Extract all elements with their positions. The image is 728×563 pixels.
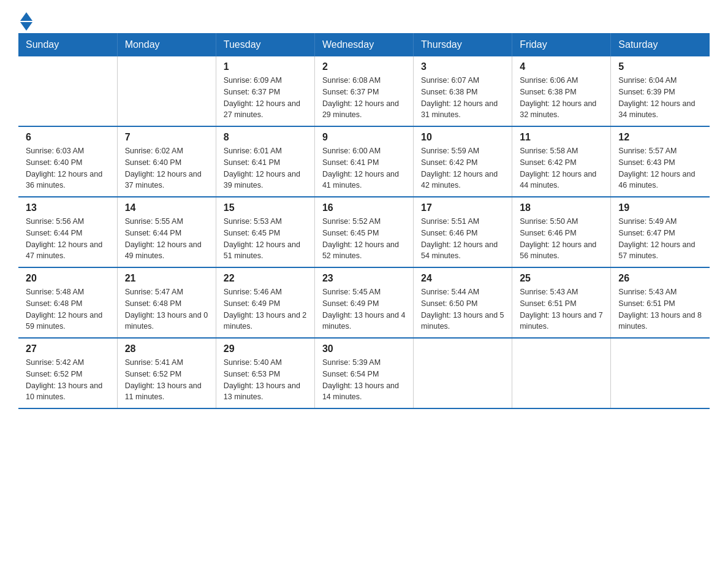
day-number: 6 bbox=[26, 132, 110, 143]
calendar-cell: 22Sunrise: 5:46 AMSunset: 6:49 PMDayligh… bbox=[216, 267, 314, 338]
weekday-header-friday: Friday bbox=[512, 33, 611, 56]
day-number: 1 bbox=[224, 61, 307, 72]
calendar-header: SundayMondayTuesdayWednesdayThursdayFrid… bbox=[18, 33, 710, 56]
day-info: Sunrise: 5:45 AMSunset: 6:49 PMDaylight:… bbox=[322, 286, 406, 332]
day-number: 2 bbox=[322, 61, 406, 72]
day-number: 17 bbox=[421, 202, 504, 213]
day-info: Sunrise: 5:55 AMSunset: 6:44 PMDaylight:… bbox=[125, 216, 208, 262]
day-number: 19 bbox=[618, 202, 702, 213]
calendar-cell: 1Sunrise: 6:09 AMSunset: 6:37 PMDaylight… bbox=[216, 56, 314, 126]
day-number: 20 bbox=[26, 273, 110, 284]
day-number: 12 bbox=[618, 132, 702, 143]
calendar-week-1: 1Sunrise: 6:09 AMSunset: 6:37 PMDaylight… bbox=[18, 56, 710, 126]
day-info: Sunrise: 5:59 AMSunset: 6:42 PMDaylight:… bbox=[421, 145, 504, 191]
day-info: Sunrise: 5:39 AMSunset: 6:54 PMDaylight:… bbox=[322, 357, 406, 403]
calendar-cell bbox=[117, 56, 216, 126]
logo bbox=[18, 12, 32, 27]
calendar-cell: 2Sunrise: 6:08 AMSunset: 6:37 PMDaylight… bbox=[314, 56, 413, 126]
day-info: Sunrise: 5:49 AMSunset: 6:47 PMDaylight:… bbox=[618, 216, 702, 262]
calendar-cell: 10Sunrise: 5:59 AMSunset: 6:42 PMDayligh… bbox=[414, 126, 512, 197]
logo-triangle-up bbox=[20, 12, 32, 21]
calendar-week-5: 27Sunrise: 5:42 AMSunset: 6:52 PMDayligh… bbox=[18, 338, 710, 408]
calendar-table: SundayMondayTuesdayWednesdayThursdayFrid… bbox=[18, 33, 710, 409]
day-info: Sunrise: 6:08 AMSunset: 6:37 PMDaylight:… bbox=[322, 75, 406, 121]
day-info: Sunrise: 6:06 AMSunset: 6:38 PMDaylight:… bbox=[520, 75, 603, 121]
calendar-cell: 13Sunrise: 5:56 AMSunset: 6:44 PMDayligh… bbox=[18, 197, 117, 267]
day-number: 26 bbox=[618, 273, 702, 284]
calendar-cell: 27Sunrise: 5:42 AMSunset: 6:52 PMDayligh… bbox=[18, 338, 117, 408]
day-number: 30 bbox=[322, 343, 406, 354]
calendar-cell: 5Sunrise: 6:04 AMSunset: 6:39 PMDaylight… bbox=[611, 56, 710, 126]
day-number: 22 bbox=[224, 273, 307, 284]
day-number: 23 bbox=[322, 273, 406, 284]
day-info: Sunrise: 5:52 AMSunset: 6:45 PMDaylight:… bbox=[322, 216, 406, 262]
day-number: 18 bbox=[520, 202, 603, 213]
day-number: 14 bbox=[125, 202, 208, 213]
calendar-cell: 20Sunrise: 5:48 AMSunset: 6:48 PMDayligh… bbox=[18, 267, 117, 338]
day-info: Sunrise: 5:56 AMSunset: 6:44 PMDaylight:… bbox=[26, 216, 110, 262]
day-number: 4 bbox=[520, 61, 603, 72]
day-number: 21 bbox=[125, 273, 208, 284]
weekday-header-saturday: Saturday bbox=[611, 33, 710, 56]
calendar-cell: 25Sunrise: 5:43 AMSunset: 6:51 PMDayligh… bbox=[512, 267, 611, 338]
day-info: Sunrise: 5:46 AMSunset: 6:49 PMDaylight:… bbox=[224, 286, 307, 332]
day-info: Sunrise: 5:44 AMSunset: 6:50 PMDaylight:… bbox=[421, 286, 504, 332]
day-number: 15 bbox=[224, 202, 307, 213]
day-info: Sunrise: 5:47 AMSunset: 6:48 PMDaylight:… bbox=[125, 286, 208, 332]
page-header bbox=[18, 12, 710, 27]
calendar-cell: 12Sunrise: 5:57 AMSunset: 6:43 PMDayligh… bbox=[611, 126, 710, 197]
day-info: Sunrise: 5:57 AMSunset: 6:43 PMDaylight:… bbox=[618, 145, 702, 191]
day-info: Sunrise: 5:41 AMSunset: 6:52 PMDaylight:… bbox=[125, 357, 208, 403]
calendar-week-3: 13Sunrise: 5:56 AMSunset: 6:44 PMDayligh… bbox=[18, 197, 710, 267]
day-number: 10 bbox=[421, 132, 504, 143]
weekday-header-sunday: Sunday bbox=[18, 33, 117, 56]
calendar-week-4: 20Sunrise: 5:48 AMSunset: 6:48 PMDayligh… bbox=[18, 267, 710, 338]
calendar-cell: 19Sunrise: 5:49 AMSunset: 6:47 PMDayligh… bbox=[611, 197, 710, 267]
day-info: Sunrise: 6:03 AMSunset: 6:40 PMDaylight:… bbox=[26, 145, 110, 191]
weekday-header-tuesday: Tuesday bbox=[216, 33, 314, 56]
calendar-cell: 23Sunrise: 5:45 AMSunset: 6:49 PMDayligh… bbox=[314, 267, 413, 338]
day-number: 27 bbox=[26, 343, 110, 354]
day-info: Sunrise: 5:43 AMSunset: 6:51 PMDaylight:… bbox=[520, 286, 603, 332]
day-info: Sunrise: 6:09 AMSunset: 6:37 PMDaylight:… bbox=[224, 75, 307, 121]
calendar-cell: 29Sunrise: 5:40 AMSunset: 6:53 PMDayligh… bbox=[216, 338, 314, 408]
day-info: Sunrise: 5:48 AMSunset: 6:48 PMDaylight:… bbox=[26, 286, 110, 332]
calendar-cell: 30Sunrise: 5:39 AMSunset: 6:54 PMDayligh… bbox=[314, 338, 413, 408]
calendar-cell: 9Sunrise: 6:00 AMSunset: 6:41 PMDaylight… bbox=[314, 126, 413, 197]
weekday-header-thursday: Thursday bbox=[414, 33, 512, 56]
day-number: 13 bbox=[26, 202, 110, 213]
calendar-cell: 14Sunrise: 5:55 AMSunset: 6:44 PMDayligh… bbox=[117, 197, 216, 267]
weekday-header-monday: Monday bbox=[117, 33, 216, 56]
day-number: 24 bbox=[421, 273, 504, 284]
calendar-cell: 3Sunrise: 6:07 AMSunset: 6:38 PMDaylight… bbox=[414, 56, 512, 126]
calendar-cell: 24Sunrise: 5:44 AMSunset: 6:50 PMDayligh… bbox=[414, 267, 512, 338]
day-info: Sunrise: 5:53 AMSunset: 6:45 PMDaylight:… bbox=[224, 216, 307, 262]
day-number: 16 bbox=[322, 202, 406, 213]
day-number: 9 bbox=[322, 132, 406, 143]
calendar-cell bbox=[512, 338, 611, 408]
calendar-cell: 15Sunrise: 5:53 AMSunset: 6:45 PMDayligh… bbox=[216, 197, 314, 267]
calendar-cell: 17Sunrise: 5:51 AMSunset: 6:46 PMDayligh… bbox=[414, 197, 512, 267]
day-info: Sunrise: 5:43 AMSunset: 6:51 PMDaylight:… bbox=[618, 286, 702, 332]
calendar-cell: 7Sunrise: 6:02 AMSunset: 6:40 PMDaylight… bbox=[117, 126, 216, 197]
day-number: 25 bbox=[520, 273, 603, 284]
day-info: Sunrise: 5:40 AMSunset: 6:53 PMDaylight:… bbox=[224, 357, 307, 403]
day-info: Sunrise: 5:42 AMSunset: 6:52 PMDaylight:… bbox=[26, 357, 110, 403]
calendar-cell: 4Sunrise: 6:06 AMSunset: 6:38 PMDaylight… bbox=[512, 56, 611, 126]
day-number: 5 bbox=[618, 61, 702, 72]
day-info: Sunrise: 6:07 AMSunset: 6:38 PMDaylight:… bbox=[421, 75, 504, 121]
weekday-header-wednesday: Wednesday bbox=[314, 33, 413, 56]
day-number: 11 bbox=[520, 132, 603, 143]
calendar-cell: 21Sunrise: 5:47 AMSunset: 6:48 PMDayligh… bbox=[117, 267, 216, 338]
calendar-cell bbox=[611, 338, 710, 408]
calendar-cell: 28Sunrise: 5:41 AMSunset: 6:52 PMDayligh… bbox=[117, 338, 216, 408]
calendar-cell: 6Sunrise: 6:03 AMSunset: 6:40 PMDaylight… bbox=[18, 126, 117, 197]
day-number: 29 bbox=[224, 343, 307, 354]
calendar-cell: 11Sunrise: 5:58 AMSunset: 6:42 PMDayligh… bbox=[512, 126, 611, 197]
day-number: 3 bbox=[421, 61, 504, 72]
calendar-week-2: 6Sunrise: 6:03 AMSunset: 6:40 PMDaylight… bbox=[18, 126, 710, 197]
day-info: Sunrise: 6:00 AMSunset: 6:41 PMDaylight:… bbox=[322, 145, 406, 191]
day-info: Sunrise: 6:02 AMSunset: 6:40 PMDaylight:… bbox=[125, 145, 208, 191]
calendar-cell: 16Sunrise: 5:52 AMSunset: 6:45 PMDayligh… bbox=[314, 197, 413, 267]
calendar-cell bbox=[18, 56, 117, 126]
